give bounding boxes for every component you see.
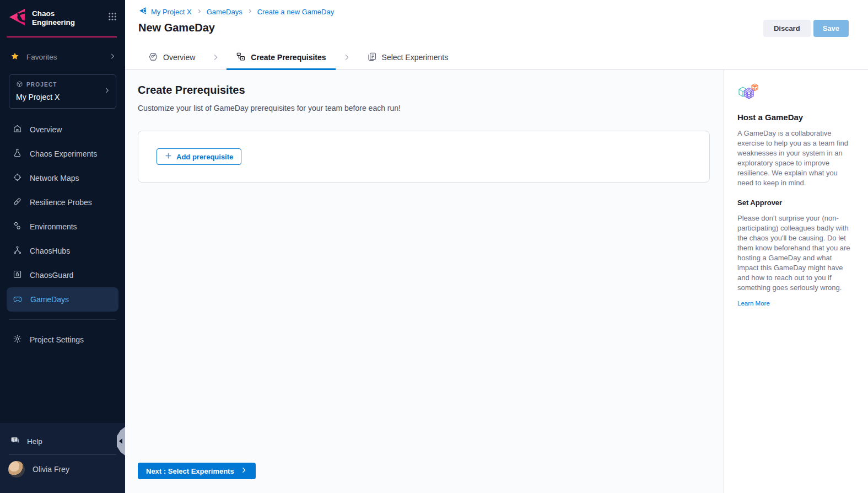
sidebar-item-gamedays[interactable]: GameDays [7,287,118,312]
tab-overview[interactable]: Overview [139,45,204,70]
help-panel-approver-text: Please don't surprise your (non-particip… [737,213,855,293]
chevron-left-icon [119,438,122,444]
nav-divider [9,319,116,320]
sidebar-item-resilience-probes[interactable]: Resilience Probes [7,190,118,215]
brand-divider [7,36,117,37]
cube-icon [16,81,23,89]
experiments-tab-icon [367,52,377,63]
next-select-experiments-button[interactable]: Next : Select Experiments [138,463,256,479]
chevron-right-icon [342,53,351,62]
probe-icon [13,197,22,208]
help-panel-approver-title: Set Approver [737,199,855,207]
star-icon [10,52,19,62]
guard-icon [13,270,22,281]
breadcrumb-gamedays[interactable]: GameDays [207,8,242,16]
sidebar-item-chaos-experiments[interactable]: Chaos Experiments [7,142,118,166]
discard-button[interactable]: Discard [763,20,811,37]
harness-mini-logo-icon [138,7,147,17]
sidebar-item-chaoshubs[interactable]: ChaosHubs [7,239,118,263]
user-name: Olivia Frey [33,465,69,474]
overview-tab-icon [148,52,158,63]
help-chat-icon: ? [10,436,20,447]
sidebar-nav: Overview Chaos Experiments [0,117,125,352]
header-actions: Discard Save [763,20,849,37]
svg-text:?: ? [13,437,15,441]
add-prerequisite-button[interactable]: Add prerequisite [157,148,241,165]
gear-icon [13,334,22,345]
module-grid-icon[interactable] [107,12,117,24]
project-selector[interactable]: PROJECT My Project X [9,74,116,109]
project-name: My Project X [16,93,101,101]
network-map-icon [13,173,22,184]
sidebar-item-network-maps[interactable]: Network Maps [7,166,118,190]
favorites-item[interactable]: Favorites [0,52,125,62]
sidebar-item-overview[interactable]: Overview [7,117,118,142]
chevron-right-icon [247,8,253,16]
sidebar-item-project-settings[interactable]: Project Settings [7,328,118,352]
sidebar: Chaos Engineering Favorites [0,0,125,493]
sidebar-item-environments[interactable]: Environments [7,215,118,239]
breadcrumb-create-gameday[interactable]: Create a new GameDay [257,8,334,16]
chevron-right-icon [211,53,220,62]
save-button[interactable]: Save [813,20,849,37]
content-heading: Create Prerequisites [138,84,724,97]
learn-more-link[interactable]: Learn More [737,300,770,307]
avatar [8,461,25,478]
home-icon [13,124,22,135]
gameday-cubes-icon [737,94,759,104]
sidebar-item-chaosguard[interactable]: ChaosGuard [7,263,118,287]
help-panel: Host a GameDay A GameDay is a collaborat… [724,70,868,493]
project-label: PROJECT [26,82,57,88]
app-root: Chaos Engineering Favorites [0,0,868,493]
brand-name: Chaos Engineering [32,9,75,27]
help-panel-title: Host a GameDay [737,112,855,122]
chevron-right-icon [240,467,247,475]
bottom-divider [9,454,116,455]
breadcrumb: My Project X GameDays Create a new GameD… [125,0,868,17]
help-panel-intro: A GameDay is a collaborative exercise to… [737,128,855,188]
flask-icon [13,148,22,159]
plus-icon [165,152,172,161]
favorites-label: Favorites [26,53,57,61]
tab-create-prerequisites[interactable]: Create Prerequisites [227,45,335,70]
content-row: Create Prerequisites Customize your list… [125,70,868,493]
chevron-right-icon [103,87,111,97]
chaos-engineering-logo-icon [7,7,26,29]
help-item[interactable]: ? Help [0,432,125,450]
sidebar-bottom: ? Help Olivia Frey [0,423,125,493]
page-header: My Project X GameDays Create a new GameD… [125,0,868,45]
gamepad-icon [13,294,23,306]
user-menu[interactable]: Olivia Frey [0,461,125,478]
chevron-right-icon [109,52,116,62]
hub-icon [13,245,22,256]
tab-select-experiments[interactable]: Select Experiments [358,45,458,70]
main-column: My Project X GameDays Create a new GameD… [125,0,868,493]
wizard-tabs: Overview Create Prerequisites [125,45,868,70]
breadcrumb-project[interactable]: My Project X [151,8,192,16]
main-content: Create Prerequisites Customize your list… [125,70,724,493]
brand: Chaos Engineering [0,0,125,35]
chevron-right-icon [196,8,202,16]
prerequisites-card: Add prerequisite [138,131,710,183]
content-subheading: Customize your list of GameDay prerequis… [138,104,724,112]
page-title: New GameDay [138,22,868,34]
prerequisites-tab-icon [236,52,246,63]
environments-icon [13,221,22,232]
